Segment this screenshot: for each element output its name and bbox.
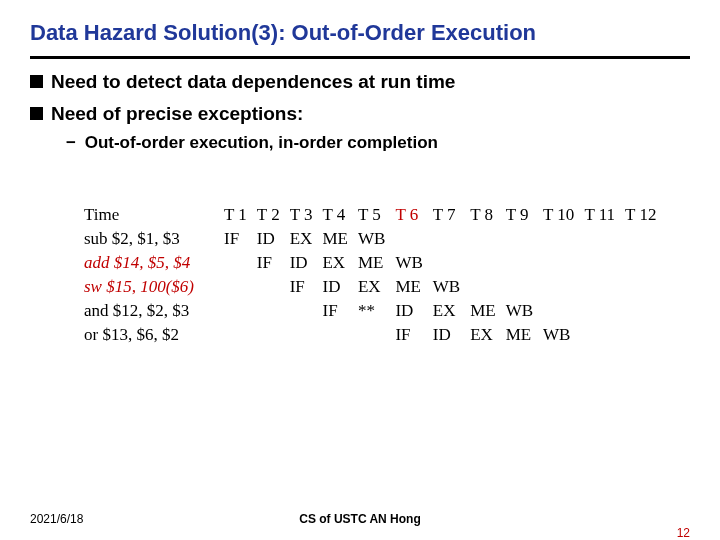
pipeline-cell: [253, 323, 286, 347]
pipeline-cell: IF: [318, 299, 354, 323]
table-row: add $14, $5, $4IFIDEXMEWB: [80, 251, 662, 275]
footer-center: CS of USTC AN Hong: [0, 512, 720, 526]
pipeline-cell: ME: [354, 251, 391, 275]
pipeline-cell: [580, 275, 621, 299]
pipeline-cell: IF: [286, 275, 319, 299]
pipeline-cell: [580, 251, 621, 275]
pipeline-cell: [621, 275, 662, 299]
pipeline-cell: [286, 299, 319, 323]
pipeline-cell: [466, 275, 502, 299]
pipeline-cell: [466, 251, 502, 275]
slide-title: Data Hazard Solution(3): Out-of-Order Ex…: [30, 20, 690, 46]
pipeline-cell: [220, 299, 253, 323]
instruction-label: sw $15, 100($6): [80, 275, 220, 299]
pipeline-cell: [539, 251, 580, 275]
pipeline-cell: ME: [466, 299, 502, 323]
pipeline-cell: [318, 323, 354, 347]
pipeline-cell: EX: [466, 323, 502, 347]
pipeline-cell: ME: [502, 323, 539, 347]
instruction-label: or $13, $6, $2: [80, 323, 220, 347]
pipeline-cell: ME: [318, 227, 354, 251]
pipeline-cell: [539, 299, 580, 323]
pipeline-cell: WB: [429, 275, 466, 299]
title-divider: [30, 56, 690, 59]
pipeline-cell: [502, 275, 539, 299]
pipeline-cell: IF: [391, 323, 428, 347]
pipeline-cell: WB: [539, 323, 580, 347]
square-bullet-icon: [30, 107, 43, 120]
pipeline-cell: ID: [318, 275, 354, 299]
pipeline-cell: [220, 275, 253, 299]
pipeline-cell: [621, 227, 662, 251]
pipeline-cell: [466, 227, 502, 251]
table-row: sub $2, $1, $3IFIDEXMEWB: [80, 227, 662, 251]
bullet-2-text: Need of precise exceptions:: [51, 103, 303, 125]
bullet-1: Need to detect data dependences at run t…: [30, 71, 690, 93]
pipeline-cell: [429, 251, 466, 275]
table-row: sw $15, 100($6)IFIDEXMEWB: [80, 275, 662, 299]
pipeline-cell: WB: [391, 251, 428, 275]
bullet-1-text: Need to detect data dependences at run t…: [51, 71, 455, 93]
bullet-2a: − Out-of-order execution, in-order compl…: [66, 133, 690, 153]
table-header-cell: T 10: [539, 203, 580, 227]
table-header-cell: T 11: [580, 203, 621, 227]
pipeline-cell: WB: [502, 299, 539, 323]
slide-footer: 2021/6/18 CS of USTC AN Hong 12: [0, 512, 720, 526]
pipeline-cell: [502, 227, 539, 251]
table-header-cell: T 9: [502, 203, 539, 227]
instruction-label: sub $2, $1, $3: [80, 227, 220, 251]
pipeline-cell: [580, 323, 621, 347]
instruction-label: and $12, $2, $3: [80, 299, 220, 323]
pipeline-cell: [220, 251, 253, 275]
bullet-2a-text: Out-of-order execution, in-order complet…: [85, 133, 438, 152]
pipeline-table: TimeT 1T 2T 3T 4T 5T 6T 7T 8T 9T 10T 11T…: [80, 203, 690, 347]
table-header-cell: T 1: [220, 203, 253, 227]
table-header-cell: T 6: [391, 203, 428, 227]
pipeline-cell: EX: [318, 251, 354, 275]
table-row: or $13, $6, $2IFIDEXMEWB: [80, 323, 662, 347]
pipeline-cell: WB: [354, 227, 391, 251]
pipeline-cell: [286, 323, 319, 347]
table-header-cell: T 8: [466, 203, 502, 227]
table-header-label: Time: [80, 203, 220, 227]
pipeline-cell: ID: [253, 227, 286, 251]
pipeline-cell: [621, 251, 662, 275]
dash-bullet-icon: −: [66, 133, 76, 152]
pipeline-cell: [621, 299, 662, 323]
table-header-cell: T 7: [429, 203, 466, 227]
pipeline-cell: [580, 299, 621, 323]
pipeline-cell: IF: [253, 251, 286, 275]
pipeline-cell: [580, 227, 621, 251]
footer-page-number: 12: [677, 526, 690, 540]
pipeline-cell: [621, 323, 662, 347]
pipeline-cell: [253, 299, 286, 323]
square-bullet-icon: [30, 75, 43, 88]
table-header-cell: T 3: [286, 203, 319, 227]
pipeline-cell: EX: [286, 227, 319, 251]
pipeline-cell: [429, 227, 466, 251]
pipeline-cell: [220, 323, 253, 347]
pipeline-cell: ID: [391, 299, 428, 323]
footer-date: 2021/6/18: [30, 512, 83, 526]
pipeline-cell: ID: [429, 323, 466, 347]
instruction-label: add $14, $5, $4: [80, 251, 220, 275]
pipeline-cell: ID: [286, 251, 319, 275]
pipeline-cell: [539, 227, 580, 251]
table-header-cell: T 2: [253, 203, 286, 227]
pipeline-cell: ME: [391, 275, 428, 299]
table-header-cell: T 12: [621, 203, 662, 227]
table-header-cell: T 4: [318, 203, 354, 227]
pipeline-cell: [253, 275, 286, 299]
pipeline-cell: [502, 251, 539, 275]
pipeline-cell: EX: [429, 299, 466, 323]
bullet-2: Need of precise exceptions:: [30, 103, 690, 125]
pipeline-cell: [539, 275, 580, 299]
table-header-cell: T 5: [354, 203, 391, 227]
pipeline-cell: **: [354, 299, 391, 323]
table-row: and $12, $2, $3IF**IDEXMEWB: [80, 299, 662, 323]
pipeline-cell: IF: [220, 227, 253, 251]
pipeline-cell: EX: [354, 275, 391, 299]
pipeline-cell: [391, 227, 428, 251]
pipeline-cell: [354, 323, 391, 347]
